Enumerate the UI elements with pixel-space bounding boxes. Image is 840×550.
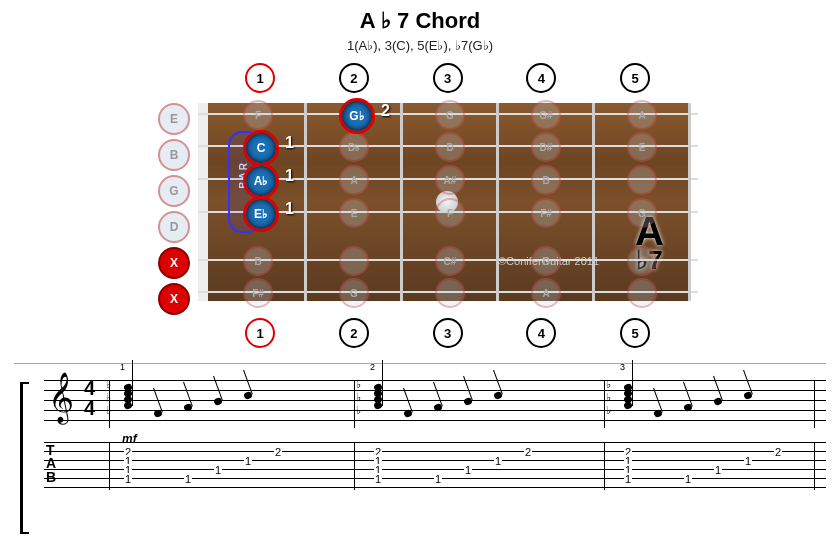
- ghost-note: B: [243, 246, 273, 276]
- standard-staff: 𝄞 4 4 mf 1♭♭♭2♭♭♭3♭♭♭: [44, 380, 826, 428]
- chord-formula: 1(A♭), 3(C), 5(E♭), ♭7(G♭): [0, 38, 840, 53]
- note: [403, 409, 413, 418]
- ghost-note: G#: [531, 100, 561, 130]
- note: [493, 391, 503, 400]
- copyright-text: ©ConiferGuitar 2011: [498, 255, 599, 267]
- open-string-marker: E: [158, 103, 190, 135]
- fret-number: 2: [339, 63, 369, 93]
- fretted-note: E♭: [243, 196, 279, 232]
- fret-wire: [496, 103, 499, 301]
- tab-number: 2: [774, 446, 782, 458]
- note: [243, 391, 253, 400]
- note: [213, 397, 223, 406]
- ghost-note: A: [627, 100, 657, 130]
- ghost-note: E: [627, 132, 657, 162]
- ghost-note: G: [435, 100, 465, 130]
- ghost-note: A: [531, 278, 561, 308]
- tab-line: [44, 451, 826, 452]
- tab-number: 1: [714, 464, 722, 476]
- fret-number: 3: [433, 318, 463, 348]
- string-line: [198, 113, 698, 115]
- tab-line: [44, 469, 826, 470]
- fretted-note: A♭: [243, 163, 279, 199]
- ghost-note: E: [339, 198, 369, 228]
- ghost-note: [627, 278, 657, 308]
- ghost-note: G: [339, 278, 369, 308]
- open-string-marker: B: [158, 139, 190, 171]
- barline: [109, 442, 110, 490]
- timesig-denominator: 4: [84, 398, 95, 418]
- ghost-note: D♭: [339, 132, 369, 162]
- fretted-note: G♭: [339, 98, 375, 134]
- note: [713, 397, 723, 406]
- tab-number: 1: [374, 473, 382, 485]
- finger-number: 1: [285, 200, 294, 218]
- fingering-number: 2: [370, 362, 375, 372]
- fret-wire: [688, 103, 691, 301]
- time-signature: 4 4: [84, 378, 95, 418]
- fret-number: 5: [620, 63, 650, 93]
- chord-name-large: A ♭7: [635, 213, 664, 272]
- note: [743, 391, 753, 400]
- fret-inlay: [436, 191, 458, 213]
- tab-number: 1: [464, 464, 472, 476]
- fret-number: 5: [620, 318, 650, 348]
- staff-line: [44, 400, 826, 401]
- tab-line: [44, 460, 826, 461]
- open-string-column: EBGDXX: [158, 103, 190, 315]
- barline: [604, 442, 605, 490]
- open-string-marker: D: [158, 211, 190, 243]
- tab-number: 1: [494, 455, 502, 467]
- tab-number: 1: [744, 455, 752, 467]
- chord-notes: ♭♭♭: [124, 384, 132, 408]
- fretboard-diagram: 12345 EBGDXX ©ConiferGuitar 2011 A ♭7 FG…: [70, 63, 770, 343]
- fret-numbers-top: 12345: [245, 63, 650, 93]
- note: [153, 409, 163, 418]
- fret-numbers-bottom: 12345: [245, 318, 650, 348]
- tab-staff: TAB 221111112211111122111111: [44, 442, 826, 490]
- barline: [354, 442, 355, 490]
- fret-wire: [304, 103, 307, 301]
- ghost-note: F#: [531, 198, 561, 228]
- barline: [604, 380, 605, 428]
- chord-title: A ♭ 7 Chord: [0, 8, 840, 34]
- tab-number: 2: [274, 446, 282, 458]
- string-line: [198, 291, 698, 293]
- barline: [814, 380, 815, 428]
- barline: [354, 380, 355, 428]
- string-line: [198, 259, 698, 261]
- fret-wire: [592, 103, 595, 301]
- music-notation: 𝄞 4 4 mf 1♭♭♭2♭♭♭3♭♭♭ TAB 22111111221111…: [14, 363, 826, 546]
- ghost-note: A: [339, 165, 369, 195]
- tab-number: 1: [624, 473, 632, 485]
- fret-number: 4: [526, 63, 556, 93]
- fingering-number: 1: [120, 362, 125, 372]
- tab-number: 1: [434, 473, 442, 485]
- tab-line: [44, 487, 826, 488]
- tab-number: 1: [184, 473, 192, 485]
- ghost-note: [435, 278, 465, 308]
- ghost-note: [627, 165, 657, 195]
- tab-number: 1: [214, 464, 222, 476]
- fret-number: 1: [245, 318, 275, 348]
- staff-line: [44, 420, 826, 421]
- fingering-number: 3: [620, 362, 625, 372]
- ghost-note: B: [531, 165, 561, 195]
- fret-wire: [400, 103, 403, 301]
- accidental-flat: ♭♭♭: [356, 378, 361, 417]
- finger-number: 1: [285, 134, 294, 152]
- staff-line: [44, 380, 826, 381]
- chord-root: A: [635, 213, 664, 249]
- finger-number: 1: [285, 167, 294, 185]
- chord-notes: ♭♭♭: [624, 384, 632, 408]
- muted-string-marker: X: [158, 247, 190, 279]
- ghost-note: F#: [243, 278, 273, 308]
- ghost-note: D#: [531, 132, 561, 162]
- fretted-note: C: [243, 130, 279, 166]
- ghost-note: C#: [435, 246, 465, 276]
- tab-number: 1: [684, 473, 692, 485]
- note: [653, 409, 663, 418]
- accidental-flat: ♭♭♭: [606, 378, 611, 417]
- fret-number: 3: [433, 63, 463, 93]
- fret-number: 1: [245, 63, 275, 93]
